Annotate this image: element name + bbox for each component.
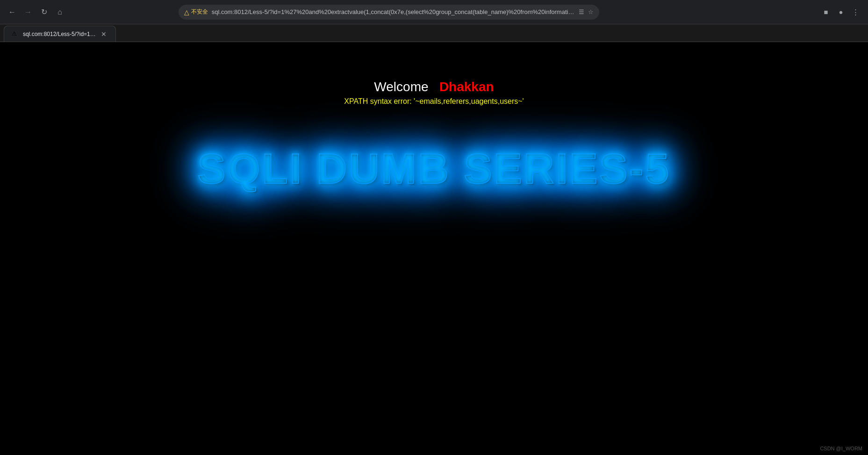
security-warning: △ 不安全 — [184, 8, 208, 16]
watermark: CSDN @I_WORM — [820, 446, 862, 451]
tab-favicon: ⚠ — [12, 30, 19, 38]
profile-button[interactable]: ● — [834, 6, 847, 19]
tab-bar: ⚠ sql.com:8012/Less-5/?id=1%27%20and%20e… — [0, 24, 868, 42]
welcome-text: Welcome — [374, 79, 428, 94]
bookmark-icon: ☆ — [588, 8, 594, 15]
refresh-button[interactable]: ↻ — [37, 6, 50, 19]
dhakkan-text: Dhakkan — [439, 79, 494, 94]
reader-mode-icon: ☰ — [579, 8, 584, 15]
menu-button[interactable]: ⋮ — [849, 6, 862, 19]
warning-icon: △ — [184, 8, 189, 16]
page-content: Welcome Dhakkan XPATH syntax error: '~em… — [0, 42, 868, 455]
extensions-button[interactable]: ■ — [819, 6, 832, 19]
address-bar[interactable]: △ 不安全 sql.com:8012/Less-5/?id=1%27%20and… — [179, 5, 599, 20]
tab-close-button[interactable]: ✕ — [100, 30, 108, 38]
welcome-section: Welcome Dhakkan XPATH syntax error: '~em… — [344, 79, 524, 106]
nav-buttons: ← → ↻ ⌂ — [6, 6, 66, 19]
main-title: SQLI DUMB SERIES-5 — [197, 148, 670, 190]
security-label: 不安全 — [191, 8, 208, 16]
active-tab[interactable]: ⚠ sql.com:8012/Less-5/?id=1%27%20and%20e… — [4, 26, 116, 42]
browser-icons: ■ ● ⋮ — [819, 6, 862, 19]
xpath-error: XPATH syntax error: '~emails,referers,ua… — [344, 97, 524, 106]
forward-button[interactable]: → — [22, 6, 35, 19]
tab-title: sql.com:8012/Less-5/?id=1%27%20and%20ext… — [23, 31, 96, 37]
browser-chrome: ← → ↻ ⌂ △ 不安全 sql.com:8012/Less-5/?id=1%… — [0, 0, 868, 24]
url-text: sql.com:8012/Less-5/?id=1%27%20and%20ext… — [212, 8, 575, 15]
home-button[interactable]: ⌂ — [53, 6, 66, 19]
back-button[interactable]: ← — [6, 6, 19, 19]
welcome-line: Welcome Dhakkan — [344, 79, 524, 94]
